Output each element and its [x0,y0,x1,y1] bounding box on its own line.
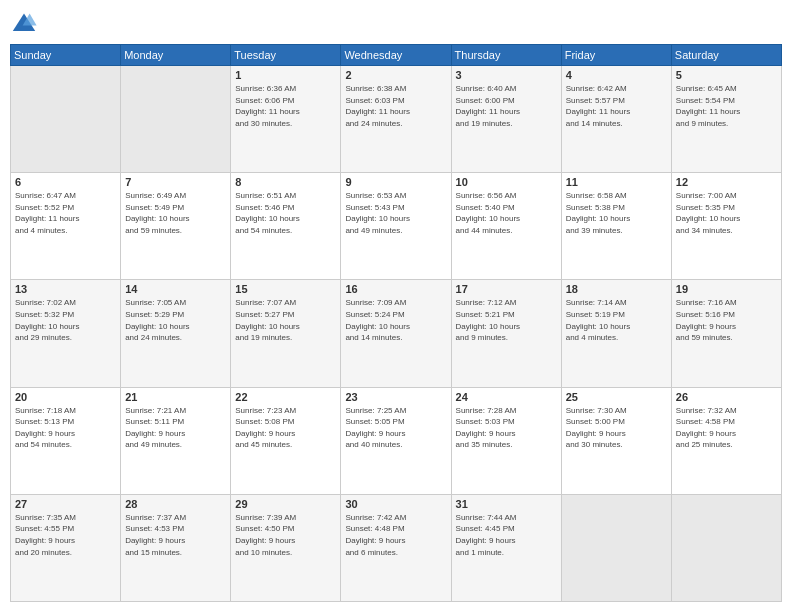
day-info: Sunrise: 7:05 AM Sunset: 5:29 PM Dayligh… [125,297,226,343]
day-number: 24 [456,391,557,403]
week-row-4: 20Sunrise: 7:18 AM Sunset: 5:13 PM Dayli… [11,387,782,494]
logo-icon [10,10,38,38]
day-number: 9 [345,176,446,188]
day-info: Sunrise: 7:18 AM Sunset: 5:13 PM Dayligh… [15,405,116,451]
day-number: 11 [566,176,667,188]
calendar-cell: 8Sunrise: 6:51 AM Sunset: 5:46 PM Daylig… [231,173,341,280]
calendar-cell: 15Sunrise: 7:07 AM Sunset: 5:27 PM Dayli… [231,280,341,387]
day-info: Sunrise: 6:58 AM Sunset: 5:38 PM Dayligh… [566,190,667,236]
calendar-cell: 28Sunrise: 7:37 AM Sunset: 4:53 PM Dayli… [121,494,231,601]
day-number: 8 [235,176,336,188]
calendar-cell: 1Sunrise: 6:36 AM Sunset: 6:06 PM Daylig… [231,66,341,173]
calendar-cell: 14Sunrise: 7:05 AM Sunset: 5:29 PM Dayli… [121,280,231,387]
calendar-cell: 7Sunrise: 6:49 AM Sunset: 5:49 PM Daylig… [121,173,231,280]
day-info: Sunrise: 7:42 AM Sunset: 4:48 PM Dayligh… [345,512,446,558]
day-info: Sunrise: 7:28 AM Sunset: 5:03 PM Dayligh… [456,405,557,451]
day-info: Sunrise: 7:12 AM Sunset: 5:21 PM Dayligh… [456,297,557,343]
calendar-cell: 20Sunrise: 7:18 AM Sunset: 5:13 PM Dayli… [11,387,121,494]
day-number: 25 [566,391,667,403]
calendar-cell: 12Sunrise: 7:00 AM Sunset: 5:35 PM Dayli… [671,173,781,280]
day-number: 14 [125,283,226,295]
calendar-cell [671,494,781,601]
day-info: Sunrise: 7:16 AM Sunset: 5:16 PM Dayligh… [676,297,777,343]
calendar-cell [561,494,671,601]
calendar-cell: 23Sunrise: 7:25 AM Sunset: 5:05 PM Dayli… [341,387,451,494]
day-info: Sunrise: 6:53 AM Sunset: 5:43 PM Dayligh… [345,190,446,236]
day-number: 31 [456,498,557,510]
day-number: 10 [456,176,557,188]
day-header-thursday: Thursday [451,45,561,66]
day-number: 5 [676,69,777,81]
day-number: 7 [125,176,226,188]
day-info: Sunrise: 7:00 AM Sunset: 5:35 PM Dayligh… [676,190,777,236]
day-number: 2 [345,69,446,81]
day-info: Sunrise: 7:21 AM Sunset: 5:11 PM Dayligh… [125,405,226,451]
day-info: Sunrise: 6:36 AM Sunset: 6:06 PM Dayligh… [235,83,336,129]
calendar-cell: 30Sunrise: 7:42 AM Sunset: 4:48 PM Dayli… [341,494,451,601]
day-info: Sunrise: 6:42 AM Sunset: 5:57 PM Dayligh… [566,83,667,129]
calendar-cell: 22Sunrise: 7:23 AM Sunset: 5:08 PM Dayli… [231,387,341,494]
day-info: Sunrise: 6:38 AM Sunset: 6:03 PM Dayligh… [345,83,446,129]
day-number: 15 [235,283,336,295]
calendar-cell: 2Sunrise: 6:38 AM Sunset: 6:03 PM Daylig… [341,66,451,173]
calendar-table: SundayMondayTuesdayWednesdayThursdayFrid… [10,44,782,602]
day-info: Sunrise: 6:51 AM Sunset: 5:46 PM Dayligh… [235,190,336,236]
day-info: Sunrise: 7:30 AM Sunset: 5:00 PM Dayligh… [566,405,667,451]
logo [10,10,42,38]
calendar-cell: 4Sunrise: 6:42 AM Sunset: 5:57 PM Daylig… [561,66,671,173]
day-number: 29 [235,498,336,510]
day-info: Sunrise: 6:45 AM Sunset: 5:54 PM Dayligh… [676,83,777,129]
calendar-header-row: SundayMondayTuesdayWednesdayThursdayFrid… [11,45,782,66]
day-info: Sunrise: 7:14 AM Sunset: 5:19 PM Dayligh… [566,297,667,343]
day-number: 4 [566,69,667,81]
calendar-cell: 9Sunrise: 6:53 AM Sunset: 5:43 PM Daylig… [341,173,451,280]
header [10,10,782,38]
calendar-cell: 13Sunrise: 7:02 AM Sunset: 5:32 PM Dayli… [11,280,121,387]
day-number: 28 [125,498,226,510]
day-number: 12 [676,176,777,188]
day-header-friday: Friday [561,45,671,66]
calendar-cell: 18Sunrise: 7:14 AM Sunset: 5:19 PM Dayli… [561,280,671,387]
calendar-cell: 17Sunrise: 7:12 AM Sunset: 5:21 PM Dayli… [451,280,561,387]
day-info: Sunrise: 7:35 AM Sunset: 4:55 PM Dayligh… [15,512,116,558]
day-info: Sunrise: 6:49 AM Sunset: 5:49 PM Dayligh… [125,190,226,236]
day-info: Sunrise: 7:07 AM Sunset: 5:27 PM Dayligh… [235,297,336,343]
day-number: 30 [345,498,446,510]
day-number: 17 [456,283,557,295]
calendar-cell: 11Sunrise: 6:58 AM Sunset: 5:38 PM Dayli… [561,173,671,280]
calendar-cell: 27Sunrise: 7:35 AM Sunset: 4:55 PM Dayli… [11,494,121,601]
calendar-cell [121,66,231,173]
day-number: 13 [15,283,116,295]
day-header-monday: Monday [121,45,231,66]
week-row-3: 13Sunrise: 7:02 AM Sunset: 5:32 PM Dayli… [11,280,782,387]
day-header-saturday: Saturday [671,45,781,66]
calendar-cell: 5Sunrise: 6:45 AM Sunset: 5:54 PM Daylig… [671,66,781,173]
day-number: 27 [15,498,116,510]
calendar-cell: 6Sunrise: 6:47 AM Sunset: 5:52 PM Daylig… [11,173,121,280]
calendar-cell: 10Sunrise: 6:56 AM Sunset: 5:40 PM Dayli… [451,173,561,280]
day-info: Sunrise: 7:37 AM Sunset: 4:53 PM Dayligh… [125,512,226,558]
day-header-tuesday: Tuesday [231,45,341,66]
day-info: Sunrise: 7:25 AM Sunset: 5:05 PM Dayligh… [345,405,446,451]
day-number: 20 [15,391,116,403]
calendar-cell: 24Sunrise: 7:28 AM Sunset: 5:03 PM Dayli… [451,387,561,494]
day-number: 6 [15,176,116,188]
week-row-2: 6Sunrise: 6:47 AM Sunset: 5:52 PM Daylig… [11,173,782,280]
day-header-wednesday: Wednesday [341,45,451,66]
day-number: 19 [676,283,777,295]
day-number: 21 [125,391,226,403]
week-row-5: 27Sunrise: 7:35 AM Sunset: 4:55 PM Dayli… [11,494,782,601]
calendar-cell: 31Sunrise: 7:44 AM Sunset: 4:45 PM Dayli… [451,494,561,601]
calendar-cell: 25Sunrise: 7:30 AM Sunset: 5:00 PM Dayli… [561,387,671,494]
day-number: 26 [676,391,777,403]
day-number: 18 [566,283,667,295]
day-info: Sunrise: 7:44 AM Sunset: 4:45 PM Dayligh… [456,512,557,558]
day-number: 3 [456,69,557,81]
calendar-cell: 26Sunrise: 7:32 AM Sunset: 4:58 PM Dayli… [671,387,781,494]
calendar-cell: 16Sunrise: 7:09 AM Sunset: 5:24 PM Dayli… [341,280,451,387]
day-info: Sunrise: 6:40 AM Sunset: 6:00 PM Dayligh… [456,83,557,129]
calendar-cell: 19Sunrise: 7:16 AM Sunset: 5:16 PM Dayli… [671,280,781,387]
day-number: 23 [345,391,446,403]
calendar-cell: 29Sunrise: 7:39 AM Sunset: 4:50 PM Dayli… [231,494,341,601]
day-info: Sunrise: 7:09 AM Sunset: 5:24 PM Dayligh… [345,297,446,343]
